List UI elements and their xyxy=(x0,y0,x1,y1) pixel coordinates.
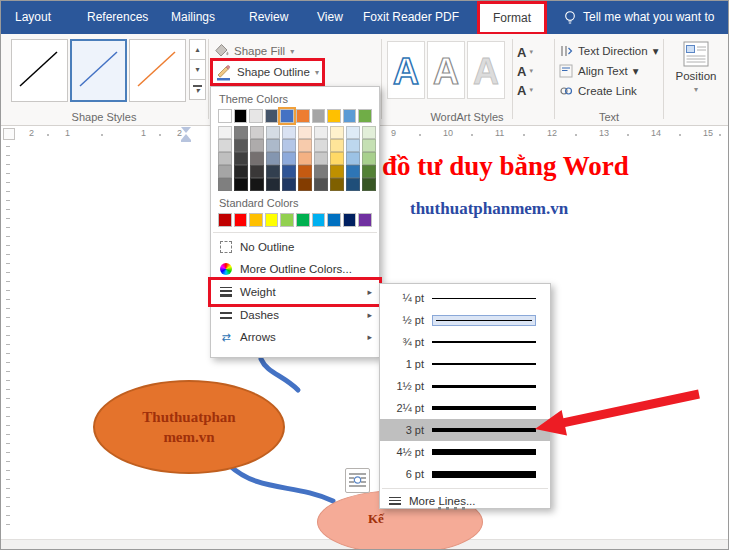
vertical-ruler[interactable] xyxy=(1,142,15,541)
color-swatch[interactable] xyxy=(330,139,344,152)
connector-curve-1[interactable] xyxy=(261,359,298,390)
weight-option-1½pt[interactable]: 1½ pt xyxy=(380,375,550,397)
color-swatch[interactable] xyxy=(298,178,312,191)
gallery-down-button[interactable]: ▾ xyxy=(189,59,206,80)
color-swatch[interactable] xyxy=(282,126,296,139)
color-swatch[interactable] xyxy=(265,213,279,227)
color-swatch[interactable] xyxy=(358,213,372,227)
color-swatch[interactable] xyxy=(312,109,326,123)
weight-option-4½pt[interactable]: 4½ pt xyxy=(380,441,550,463)
color-swatch[interactable] xyxy=(250,165,264,178)
color-swatch[interactable] xyxy=(346,178,360,191)
color-swatch[interactable] xyxy=(330,152,344,165)
weight-option-1pt[interactable]: 1 pt xyxy=(380,353,550,375)
color-swatch[interactable] xyxy=(358,109,372,123)
color-swatch[interactable] xyxy=(234,178,248,191)
create-link-button[interactable]: Create Link xyxy=(559,82,637,100)
shape-outline-button[interactable]: Shape Outline ▾ xyxy=(213,61,322,83)
color-swatch[interactable] xyxy=(249,213,263,227)
color-swatch[interactable] xyxy=(314,126,328,139)
color-swatch[interactable] xyxy=(314,178,328,191)
color-swatch[interactable] xyxy=(343,213,357,227)
tab-selector-box[interactable] xyxy=(3,128,15,140)
color-swatch[interactable] xyxy=(249,109,263,123)
color-swatch[interactable] xyxy=(266,178,280,191)
color-swatch[interactable] xyxy=(218,126,232,139)
weight-option-¼pt[interactable]: ¼ pt xyxy=(380,287,550,309)
color-swatch[interactable] xyxy=(266,165,280,178)
shape-fill-button[interactable]: Shape Fill ▾ xyxy=(214,40,294,62)
color-swatch[interactable] xyxy=(346,139,360,152)
color-swatch[interactable] xyxy=(218,152,232,165)
color-swatch[interactable] xyxy=(250,139,264,152)
tab-layout[interactable]: Layout xyxy=(15,1,51,34)
color-swatch[interactable] xyxy=(298,165,312,178)
color-swatch[interactable] xyxy=(330,178,344,191)
color-swatch[interactable] xyxy=(362,165,376,178)
align-text-button[interactable]: Align Text ▾ xyxy=(559,62,638,80)
color-swatch[interactable] xyxy=(362,126,376,139)
color-swatch[interactable] xyxy=(234,109,248,123)
color-swatch[interactable] xyxy=(266,152,280,165)
position-button[interactable]: Position ▾ xyxy=(667,39,725,117)
color-swatch[interactable] xyxy=(298,152,312,165)
menu-item-no-outline[interactable]: No Outline xyxy=(211,236,379,258)
menu-item-arrows[interactable]: ⇄ Arrows ▸ xyxy=(211,326,379,348)
color-swatch[interactable] xyxy=(296,109,310,123)
color-swatch[interactable] xyxy=(250,126,264,139)
weight-option-6pt[interactable]: 6 pt xyxy=(380,463,550,485)
color-swatch[interactable] xyxy=(250,152,264,165)
shape-style-tile-3[interactable] xyxy=(129,39,186,102)
text-effects-button[interactable]: A▾ xyxy=(517,81,533,99)
wordart-tile-1[interactable]: A xyxy=(387,41,425,99)
color-swatch[interactable] xyxy=(312,213,326,227)
color-swatch[interactable] xyxy=(314,139,328,152)
weight-option-3pt[interactable]: 3 pt xyxy=(380,419,550,441)
color-swatch[interactable] xyxy=(346,152,360,165)
color-swatch[interactable] xyxy=(327,109,341,123)
color-swatch[interactable] xyxy=(296,213,310,227)
text-fill-button[interactable]: A▾ xyxy=(517,43,533,61)
connector-curve-2[interactable] xyxy=(229,465,333,501)
color-swatch[interactable] xyxy=(282,139,296,152)
color-swatch[interactable] xyxy=(265,109,279,123)
first-line-indent-marker[interactable] xyxy=(181,127,191,133)
color-swatch[interactable] xyxy=(298,139,312,152)
color-swatch[interactable] xyxy=(282,178,296,191)
color-swatch[interactable] xyxy=(343,109,357,123)
color-swatch[interactable] xyxy=(234,165,248,178)
color-swatch[interactable] xyxy=(298,126,312,139)
color-swatch[interactable] xyxy=(218,178,232,191)
menu-item-dashes[interactable]: Dashes ▸ xyxy=(211,304,379,326)
color-swatch[interactable] xyxy=(327,213,341,227)
color-swatch[interactable] xyxy=(218,109,232,123)
shape-style-tile-1[interactable] xyxy=(11,39,68,102)
gallery-up-button[interactable]: ▴ xyxy=(189,39,206,60)
color-swatch[interactable] xyxy=(234,126,248,139)
color-swatch[interactable] xyxy=(282,165,296,178)
tab-review[interactable]: Review xyxy=(249,1,288,34)
color-swatch[interactable] xyxy=(314,152,328,165)
tab-references[interactable]: References xyxy=(87,1,148,34)
color-swatch[interactable] xyxy=(362,178,376,191)
color-swatch[interactable] xyxy=(234,213,248,227)
text-outline-button[interactable]: A▾ xyxy=(517,62,533,80)
color-swatch[interactable] xyxy=(266,139,280,152)
color-swatch[interactable] xyxy=(234,152,248,165)
tell-me-box[interactable]: Tell me what you want to xyxy=(563,1,714,34)
main-topic-ellipse[interactable]: Thuthuatphan mem.vn xyxy=(93,380,285,474)
color-swatch[interactable] xyxy=(346,165,360,178)
weight-option-¾pt[interactable]: ¾ pt xyxy=(380,331,550,353)
menu-item-weight[interactable]: Weight ▸ xyxy=(211,280,379,304)
menu-item-more-outline-colors[interactable]: More Outline Colors... xyxy=(211,258,379,280)
color-swatch[interactable] xyxy=(218,165,232,178)
color-swatch[interactable] xyxy=(280,213,294,227)
left-indent-marker[interactable] xyxy=(181,140,191,142)
shape-style-tile-2[interactable] xyxy=(70,39,127,102)
tab-format[interactable]: Format xyxy=(480,4,544,32)
wordart-tile-3[interactable]: A xyxy=(467,41,505,99)
tab-mailings[interactable]: Mailings xyxy=(171,1,215,34)
color-swatch[interactable] xyxy=(346,126,360,139)
tab-foxit-reader-pdf[interactable]: Foxit Reader PDF xyxy=(363,1,459,34)
color-swatch[interactable] xyxy=(250,178,264,191)
